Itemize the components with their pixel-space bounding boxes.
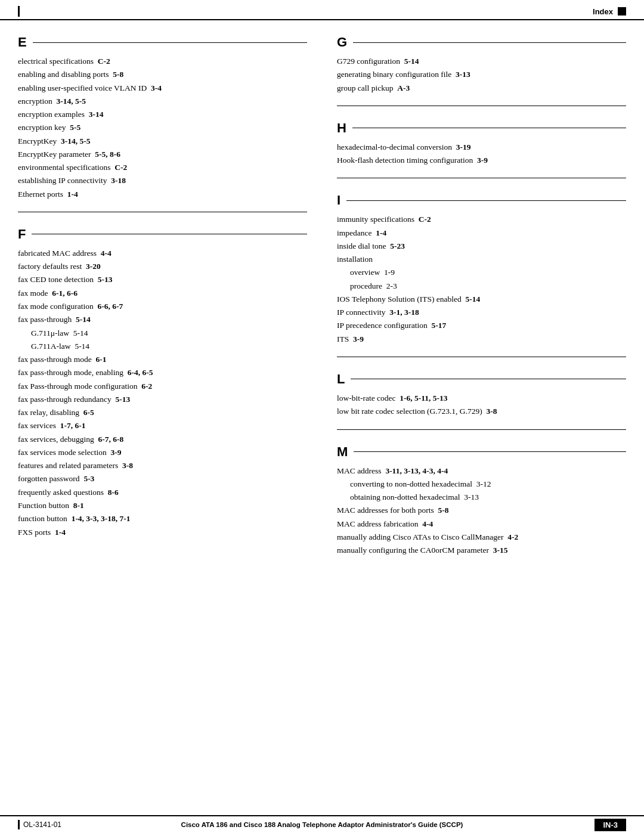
- entry-immunity: immunity specifications C-2: [337, 213, 626, 226]
- ref-ip-connectivity: 3-1, 3-18: [389, 308, 419, 317]
- main-content: E electrical specifications C-2 enabling…: [0, 20, 644, 557]
- ref-fax-mode: 6-1, 6-6: [52, 289, 78, 298]
- ref-hookflash: 3-9: [477, 156, 488, 165]
- ref-generating-binary: 3-13: [456, 70, 470, 79]
- entry-enabling-disabling-ports: enabling and disabling ports 5-8: [18, 68, 307, 81]
- entry-g711u: G.711μ-law 5-14: [31, 327, 307, 340]
- entry-forgotten-password: forgotten password 5-3: [18, 472, 307, 485]
- entry-low-bit-rate-codec: low-bit-rate codec 1-6, 5-11, 5-13: [337, 392, 626, 405]
- section-M-letter: M: [337, 444, 348, 460]
- section-H-rule: [352, 128, 626, 128]
- ref-fax-mode-config: 6-6, 6-7: [97, 302, 123, 311]
- ref-encryptkey-param: 5-5, 8-6: [95, 150, 120, 159]
- section-F-rule: [32, 234, 307, 234]
- entry-installation-procedure: procedure 2-3: [350, 280, 626, 293]
- top-bar-left-bar: [18, 6, 30, 17]
- entry-ip-connectivity: IP connectivity 3-1, 3-18: [337, 306, 626, 319]
- ref-features-params: 3-8: [122, 461, 133, 470]
- section-I: I immunity specifications C-2 impedance …: [337, 193, 626, 346]
- section-I-letter: I: [337, 193, 340, 208]
- section-E: E electrical specifications C-2 enabling…: [18, 35, 307, 201]
- section-L: L low-bit-rate codec 1-6, 5-11, 5-13 low…: [337, 371, 626, 419]
- section-F: F fabricated MAC address 4-4 factory def…: [18, 227, 307, 539]
- entry-its: ITS 3-9: [337, 333, 626, 346]
- ref-g729-config: 5-14: [404, 57, 419, 66]
- entry-encryptkey-param: EncryptKey parameter 5-5, 8-6: [18, 148, 307, 161]
- ref-ios-its: 5-14: [466, 295, 481, 304]
- ref-g711u: 5-14: [73, 329, 88, 337]
- section-H: H hexadecimal-to-decimal conversion 3-19…: [337, 120, 626, 168]
- entry-fax-pass-through-mode-enabling: fax pass-through mode, enabling 6-4, 6-5: [18, 366, 307, 379]
- ref-low-bit-rate-codec-selection: 3-8: [486, 407, 497, 416]
- right-column: G G729 configuration 5-14 generating bin…: [331, 20, 626, 557]
- ref-mac-address-fabrication: 4-4: [422, 519, 433, 528]
- ref-mac-addresses-both-ports: 5-8: [438, 506, 448, 515]
- section-L-rule: [351, 379, 626, 379]
- section-I-rule: [346, 200, 626, 201]
- ref-function-button-cap: 8-1: [73, 501, 84, 510]
- section-H-I-divider: [337, 178, 626, 178]
- section-M-header: M: [337, 444, 626, 460]
- ref-encryption: 3-14, 5-5: [56, 97, 86, 106]
- ref-converting-hex: 3-12: [476, 479, 491, 488]
- ref-encryption-examples: 3-14: [89, 110, 104, 119]
- section-G-rule: [353, 42, 626, 43]
- entry-manually-configuring-ca0orcm: manually configuring the CA0orCM paramet…: [337, 544, 626, 557]
- entry-enabling-vlan: enabling user-specified voice VLAN ID 3-…: [18, 82, 307, 95]
- section-L-letter: L: [337, 371, 345, 387]
- section-G-header: G: [337, 35, 626, 50]
- ref-fax-pass-through: 5-14: [76, 315, 91, 324]
- ref-fxs-ports: 1-4: [55, 528, 66, 537]
- section-E-letter: E: [18, 35, 27, 50]
- entry-ethernet-ports: Ethernet ports 1-4: [18, 188, 307, 201]
- ref-encryption-key: 5-5: [70, 123, 80, 132]
- entry-function-button-cap: Function button 8-1: [18, 499, 307, 512]
- entry-converting-hex: converting to non-dotted hexadecimal 3-1…: [350, 478, 626, 491]
- ref-fabricated-mac: 4-4: [101, 249, 112, 258]
- entry-impedance: impedance 1-4: [337, 227, 626, 240]
- ref-establishing-ip: 3-18: [111, 176, 126, 185]
- entry-fax-pass-through-mode: fax pass-through mode 6-1: [18, 353, 307, 366]
- header-index-label: Index: [593, 7, 613, 16]
- ref-fax-services-debugging: 6-7, 6-8: [98, 435, 124, 444]
- ref-mac-address: 3-11, 3-13, 4-3, 4-4: [385, 466, 448, 475]
- section-M: M MAC address 3-11, 3-13, 4-3, 4-4 conve…: [337, 444, 626, 558]
- ref-impedance: 1-4: [376, 228, 386, 237]
- page: Index E electrical specifications C-2 en…: [0, 0, 644, 833]
- footer-page-number: IN-3: [595, 819, 626, 831]
- entry-fxs-ports: FXS ports 1-4: [18, 526, 307, 539]
- ref-installation-overview: 1-9: [384, 268, 395, 277]
- footer-doc-number: OL-3141-01: [23, 820, 61, 829]
- footer-center-text: Cisco ATA 186 and Cisco 188 Analog Telep…: [181, 821, 463, 828]
- section-G-H-divider: [337, 106, 626, 106]
- ref-environmental-specs: C-2: [114, 163, 127, 172]
- ref-factory-defaults: 3-20: [86, 262, 101, 271]
- section-E-F-divider: [18, 212, 307, 212]
- entry-ip-precedence: IP precedence configuration 5-17: [337, 319, 626, 332]
- entry-installation: installation: [337, 253, 626, 266]
- entry-encryption-examples: encryption examples 3-14: [18, 108, 307, 121]
- section-G-letter: G: [337, 35, 347, 50]
- entry-g711a: G.711A-law 5-14: [31, 340, 307, 353]
- section-I-header: I: [337, 193, 626, 208]
- ref-fax-pass-through-mode: 6-1: [95, 355, 106, 364]
- ref-forgotten-password: 5-3: [83, 474, 94, 483]
- section-L-header: L: [337, 371, 626, 387]
- ref-fax-services-mode: 3-9: [111, 448, 122, 457]
- entry-group-call-pickup: group call pickup A-3: [337, 82, 626, 95]
- entry-encryption: encryption 3-14, 5-5: [18, 95, 307, 108]
- entry-fax-pass-through: fax pass-through 5-14: [18, 313, 307, 326]
- ref-its: 3-9: [353, 335, 364, 343]
- footer-left-bar: [18, 820, 20, 829]
- ref-low-bit-rate-codec: 1-6, 5-11, 5-13: [400, 394, 447, 402]
- entry-function-button: function button 1-4, 3-3, 3-18, 7-1: [18, 512, 307, 525]
- section-F-letter: F: [18, 227, 26, 242]
- section-G: G G729 configuration 5-14 generating bin…: [337, 35, 626, 95]
- entry-fax-pass-through-mode-config: fax Pass-through mode configuration 6-2: [18, 380, 307, 393]
- ref-ethernet-ports: 1-4: [67, 190, 78, 199]
- footer-left: OL-3141-01: [18, 820, 61, 829]
- entry-fax-mode-config: fax mode configuration 6-6, 6-7: [18, 300, 307, 313]
- entry-fabricated-mac: fabricated MAC address 4-4: [18, 247, 307, 260]
- ref-ip-precedence: 5-17: [431, 321, 446, 330]
- entry-establishing-ip: establishing IP connectivity 3-18: [18, 174, 307, 187]
